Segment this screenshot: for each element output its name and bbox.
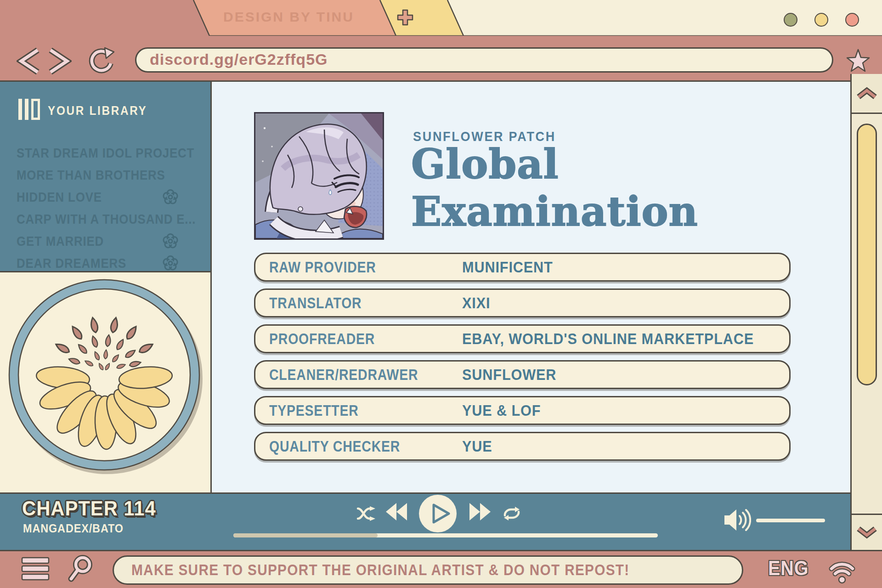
main-content: SUNFLOWER PATCH Global Examination RAW P…: [212, 82, 850, 492]
bottom-bar: MAKE SURE TO SUPPORT THE ORIGINAL ARTIST…: [0, 550, 882, 588]
player-bar: CHAPTER 114 MANGADEX/BATO: [0, 492, 850, 550]
window-minimize-button[interactable]: [784, 13, 797, 27]
shuffle-icon[interactable]: [356, 505, 378, 522]
play-button[interactable]: [418, 494, 458, 534]
tab-watermark-label: DESIGN BY TINU: [223, 9, 354, 25]
volume-fill: [756, 519, 825, 522]
credit-row-quality-checker: QUALITY CHECKER YUE: [254, 432, 791, 461]
scrollbar-thumb[interactable]: [857, 124, 877, 385]
credit-name: YUE & LOF: [462, 397, 541, 424]
footer-message: MAKE SURE TO SUPPORT THE ORIGINAL ARTIST…: [131, 557, 630, 583]
language-label[interactable]: ENG: [768, 556, 808, 580]
cover-image: [254, 112, 384, 240]
sidebar-item-label: HIDDEN LOVE: [17, 188, 102, 206]
tab-strip: [0, 0, 882, 37]
volume-slider[interactable]: [756, 519, 825, 522]
sidebar-item-label: GET MARRIED: [17, 232, 104, 250]
credit-name: XIXI: [462, 290, 490, 316]
search-icon[interactable]: [67, 554, 95, 583]
credit-row-raw-provider: RAW PROVIDER MUNIFICENT: [254, 253, 791, 282]
credit-name: EBAY, WORLD'S ONLINE MARKETPLACE: [462, 326, 754, 352]
sidebar-item-label: STAR DREAM IDOL PROJECT: [17, 144, 194, 162]
bookmark-star-icon[interactable]: [845, 49, 871, 74]
library-title: YOUR LIBRARY: [48, 104, 147, 118]
footer-message-pill: MAKE SURE TO SUPPORT THE ORIGINAL ARTIST…: [113, 555, 743, 585]
sunflower-logo: [0, 271, 212, 492]
credit-role: CLEANER/REDRAWER: [269, 362, 418, 388]
scroll-down-button[interactable]: [852, 514, 882, 550]
progress-fill: [233, 533, 378, 537]
wifi-icon: [826, 554, 858, 584]
credit-name: YUE: [462, 433, 492, 459]
library-icon: [18, 99, 40, 120]
credit-row-translator: TRANSLATOR XIXI: [254, 288, 791, 317]
repeat-icon[interactable]: [502, 505, 522, 522]
window-maximize-button[interactable]: [814, 13, 828, 27]
credit-row-proofreader: PROOFREADER EBAY, WORLD'S ONLINE MARKETP…: [254, 324, 791, 353]
nav-history-buttons: [17, 48, 72, 74]
sidebar-item-label: DEAR DREAMERS: [17, 254, 126, 272]
series-title: Global Examination: [411, 141, 850, 235]
rewind-icon[interactable]: [385, 502, 408, 521]
chevron-down-icon: [856, 526, 877, 540]
credit-role: TRANSLATOR: [269, 290, 362, 316]
sidebar-item-more-than-brothers[interactable]: MORE THAN BROTHERS: [0, 166, 210, 184]
sidebar-item-carp-with-a-thousand-e[interactable]: CARP WITH A THOUSAND E...: [0, 210, 210, 228]
app-window: DESIGN BY TINU discord.gg/erG2zffq5G YOU…: [0, 0, 882, 588]
chapter-title: CHAPTER 114: [22, 497, 156, 520]
sidebar-item-label: MORE THAN BROTHERS: [17, 166, 165, 184]
volume-icon[interactable]: [724, 508, 751, 532]
scroll-up-button[interactable]: [852, 74, 882, 114]
fast-forward-icon[interactable]: [469, 502, 492, 521]
credit-row-cleaner-redrawer: CLEANER/REDRAWER SUNFLOWER: [254, 360, 791, 389]
settings-flower-icon[interactable]: [162, 233, 179, 249]
settings-flower-icon[interactable]: [162, 189, 179, 205]
menu-hamburger-icon[interactable]: [21, 557, 51, 582]
credit-role: TYPESETTER: [269, 397, 359, 424]
chapter-sources: MANGADEX/BATO: [23, 521, 124, 536]
chevron-up-icon: [856, 87, 877, 101]
sidebar-item-get-married[interactable]: GET MARRIED: [0, 232, 210, 250]
credit-role: PROOFREADER: [269, 326, 375, 352]
settings-flower-icon[interactable]: [162, 255, 179, 271]
sidebar-item-dear-dreamers[interactable]: DEAR DREAMERS: [0, 254, 210, 272]
credit-row-typesetter: TYPESETTER YUE & LOF: [254, 396, 791, 425]
window-close-button[interactable]: [845, 13, 859, 27]
refresh-icon[interactable]: [87, 47, 117, 75]
credit-role: RAW PROVIDER: [269, 254, 376, 280]
url-text[interactable]: discord.gg/erG2zffq5G: [150, 51, 328, 68]
scrollbar[interactable]: [850, 74, 882, 550]
sidebar-item-star-dream-idol-project[interactable]: STAR DREAM IDOL PROJECT: [0, 144, 210, 162]
credit-name: SUNFLOWER: [462, 362, 556, 388]
progress-bar[interactable]: [233, 533, 658, 537]
sidebar-item-hidden-love[interactable]: HIDDEN LOVE: [0, 188, 210, 206]
credit-name: MUNIFICENT: [462, 254, 553, 280]
sidebar-item-label: CARP WITH A THOUSAND E...: [17, 210, 196, 228]
credit-role: QUALITY CHECKER: [269, 433, 400, 459]
